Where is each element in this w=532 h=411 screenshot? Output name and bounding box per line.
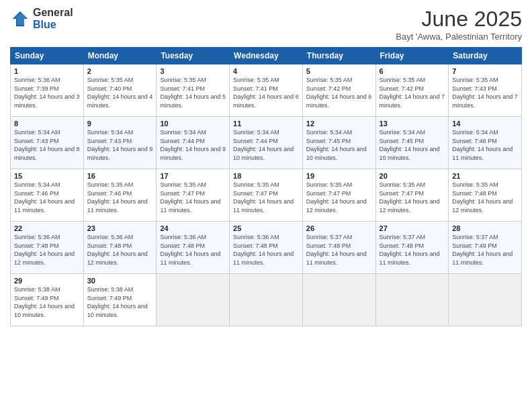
sunset-text: Sunset: 7:48 PM — [233, 242, 278, 249]
table-row: 17 Sunrise: 5:35 AM Sunset: 7:47 PM Dayl… — [157, 169, 230, 222]
logo: General Blue — [10, 7, 73, 30]
day-number: 19 — [306, 172, 372, 180]
sunrise-text: Sunrise: 5:34 AM — [452, 129, 498, 136]
sunset-text: Sunset: 7:47 PM — [306, 190, 351, 197]
sunset-text: Sunset: 7:43 PM — [87, 138, 132, 144]
sunset-text: Sunset: 7:48 PM — [306, 242, 351, 249]
table-row: 28 Sunrise: 5:37 AM Sunset: 7:49 PM Dayl… — [449, 222, 522, 274]
title-block: June 2025 Bayt 'Awwa, Palestinian Territ… — [396, 7, 522, 42]
sunrise-text: Sunrise: 5:35 AM — [160, 181, 206, 188]
sunrise-text: Sunrise: 5:38 AM — [87, 286, 134, 293]
daylight-text: Daylight: 14 hours and 9 minutes. — [87, 146, 153, 161]
table-row — [375, 274, 449, 326]
day-number: 7 — [452, 67, 518, 75]
sunrise-text: Sunrise: 5:36 AM — [14, 77, 60, 83]
day-info: Sunrise: 5:35 AM Sunset: 7:43 PM Dayligh… — [452, 76, 518, 109]
page: General Blue June 2025 Bayt 'Awwa, Pales… — [0, 0, 532, 411]
week-row-1: 1 Sunrise: 5:36 AM Sunset: 7:39 PM Dayli… — [11, 64, 522, 117]
table-row: 4 Sunrise: 5:35 AM Sunset: 7:41 PM Dayli… — [230, 64, 303, 117]
day-info: Sunrise: 5:35 AM Sunset: 7:42 PM Dayligh… — [380, 76, 445, 109]
day-info: Sunrise: 5:34 AM Sunset: 7:45 PM Dayligh… — [306, 128, 372, 162]
day-number: 11 — [233, 120, 299, 128]
sunset-text: Sunset: 7:42 PM — [380, 85, 425, 92]
daylight-text: Daylight: 14 hours and 11 minutes. — [452, 250, 513, 266]
week-row-4: 22 Sunrise: 5:36 AM Sunset: 7:48 PM Dayl… — [11, 222, 522, 274]
day-number: 3 — [160, 67, 226, 75]
table-row: 8 Sunrise: 5:34 AM Sunset: 7:43 PM Dayli… — [11, 117, 84, 169]
day-number: 14 — [452, 120, 518, 128]
day-info: Sunrise: 5:34 AM Sunset: 7:46 PM Dayligh… — [14, 181, 80, 214]
day-number: 12 — [306, 120, 372, 128]
sunset-text: Sunset: 7:48 PM — [452, 190, 497, 197]
day-number: 25 — [233, 224, 299, 232]
day-info: Sunrise: 5:35 AM Sunset: 7:47 PM Dayligh… — [233, 181, 299, 214]
sunrise-text: Sunrise: 5:38 AM — [14, 286, 60, 293]
day-info: Sunrise: 5:35 AM Sunset: 7:41 PM Dayligh… — [233, 76, 299, 109]
day-info: Sunrise: 5:35 AM Sunset: 7:46 PM Dayligh… — [87, 181, 153, 214]
table-row: 21 Sunrise: 5:35 AM Sunset: 7:48 PM Dayl… — [449, 169, 522, 222]
table-row: 14 Sunrise: 5:34 AM Sunset: 7:46 PM Dayl… — [449, 117, 522, 169]
sunset-text: Sunset: 7:42 PM — [306, 85, 351, 92]
sunset-text: Sunset: 7:48 PM — [380, 242, 425, 249]
sunrise-text: Sunrise: 5:35 AM — [160, 77, 206, 83]
day-number: 10 — [160, 120, 226, 128]
sunset-text: Sunset: 7:46 PM — [14, 190, 59, 197]
daylight-text: Daylight: 14 hours and 11 minutes. — [452, 146, 513, 161]
sunset-text: Sunset: 7:41 PM — [233, 85, 278, 92]
sunrise-text: Sunrise: 5:35 AM — [87, 77, 134, 83]
sunrise-text: Sunrise: 5:35 AM — [306, 77, 353, 83]
daylight-text: Daylight: 14 hours and 12 minutes. — [87, 250, 148, 266]
sunrise-text: Sunrise: 5:34 AM — [380, 129, 426, 136]
daylight-text: Daylight: 14 hours and 12 minutes. — [452, 198, 513, 214]
day-number: 30 — [87, 277, 153, 285]
col-sunday: Sunday — [11, 48, 84, 64]
sunrise-text: Sunrise: 5:36 AM — [233, 234, 279, 240]
day-number: 28 — [452, 224, 518, 232]
sunset-text: Sunset: 7:44 PM — [233, 138, 278, 144]
day-number: 1 — [14, 67, 80, 75]
sunrise-text: Sunrise: 5:35 AM — [233, 181, 279, 188]
day-number: 6 — [380, 67, 445, 75]
sunset-text: Sunset: 7:48 PM — [87, 242, 132, 249]
col-monday: Monday — [83, 48, 157, 64]
day-number: 16 — [87, 172, 153, 180]
sunset-text: Sunset: 7:49 PM — [14, 295, 59, 302]
day-info: Sunrise: 5:36 AM Sunset: 7:48 PM Dayligh… — [233, 233, 299, 267]
daylight-text: Daylight: 14 hours and 7 minutes. — [452, 93, 518, 109]
table-row: 20 Sunrise: 5:35 AM Sunset: 7:47 PM Dayl… — [375, 169, 449, 222]
day-info: Sunrise: 5:34 AM Sunset: 7:43 PM Dayligh… — [14, 128, 80, 162]
sunrise-text: Sunrise: 5:34 AM — [233, 129, 279, 136]
table-row — [302, 274, 375, 326]
daylight-text: Daylight: 14 hours and 9 minutes. — [160, 146, 226, 161]
daylight-text: Daylight: 14 hours and 6 minutes. — [306, 93, 372, 109]
daylight-text: Daylight: 14 hours and 10 minutes. — [233, 146, 294, 161]
day-info: Sunrise: 5:35 AM Sunset: 7:47 PM Dayligh… — [306, 181, 372, 214]
day-info: Sunrise: 5:37 AM Sunset: 7:48 PM Dayligh… — [306, 233, 372, 267]
day-info: Sunrise: 5:38 AM Sunset: 7:49 PM Dayligh… — [87, 285, 153, 319]
sunset-text: Sunset: 7:41 PM — [160, 85, 205, 92]
daylight-text: Daylight: 14 hours and 10 minutes. — [87, 303, 148, 318]
sunset-text: Sunset: 7:46 PM — [87, 190, 132, 197]
logo-blue-text: Blue — [33, 19, 73, 31]
col-friday: Friday — [375, 48, 449, 64]
sunrise-text: Sunrise: 5:34 AM — [87, 129, 134, 136]
daylight-text: Daylight: 14 hours and 12 minutes. — [306, 198, 367, 214]
daylight-text: Daylight: 14 hours and 12 minutes. — [380, 198, 440, 214]
daylight-text: Daylight: 14 hours and 12 minutes. — [14, 250, 75, 266]
sunrise-text: Sunrise: 5:36 AM — [14, 234, 60, 240]
sunrise-text: Sunrise: 5:35 AM — [87, 181, 134, 188]
week-row-2: 8 Sunrise: 5:34 AM Sunset: 7:43 PM Dayli… — [11, 117, 522, 169]
table-row: 29 Sunrise: 5:38 AM Sunset: 7:49 PM Dayl… — [11, 274, 84, 326]
sunrise-text: Sunrise: 5:35 AM — [233, 77, 279, 83]
sunrise-text: Sunrise: 5:37 AM — [306, 234, 353, 240]
col-saturday: Saturday — [449, 48, 522, 64]
sunrise-text: Sunrise: 5:34 AM — [14, 129, 60, 136]
sunrise-text: Sunrise: 5:37 AM — [452, 234, 498, 240]
day-info: Sunrise: 5:36 AM Sunset: 7:39 PM Dayligh… — [14, 76, 80, 109]
sunset-text: Sunset: 7:40 PM — [87, 85, 132, 92]
week-row-3: 15 Sunrise: 5:34 AM Sunset: 7:46 PM Dayl… — [11, 169, 522, 222]
sunset-text: Sunset: 7:43 PM — [14, 138, 59, 144]
sunrise-text: Sunrise: 5:35 AM — [380, 181, 426, 188]
sunset-text: Sunset: 7:48 PM — [14, 242, 59, 249]
day-number: 23 — [87, 224, 153, 232]
